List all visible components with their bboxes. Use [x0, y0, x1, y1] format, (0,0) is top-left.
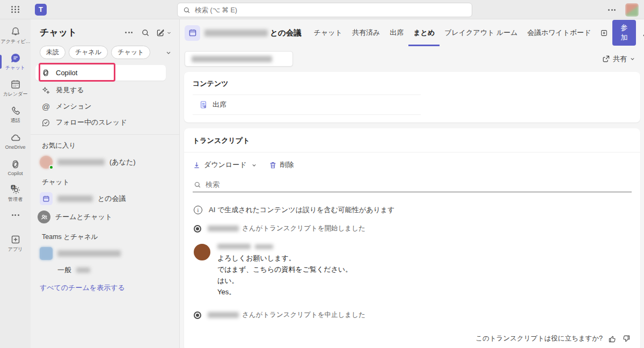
- rail-item-apps[interactable]: アプリ: [0, 230, 31, 257]
- tab-attendance[interactable]: 出席: [385, 19, 408, 46]
- transcript-search[interactable]: [193, 178, 632, 192]
- copilot-icon: [41, 68, 50, 77]
- rail-item-copilot[interactable]: Copilot: [0, 154, 31, 180]
- team-item[interactable]: [31, 244, 179, 263]
- chat-filters: 未読 チャネル チャット: [31, 44, 179, 64]
- recap-title-pill[interactable]: [185, 51, 293, 67]
- avatar: [40, 156, 53, 169]
- download-button[interactable]: ダウンロード: [193, 160, 257, 170]
- copilot-icon: [10, 159, 21, 170]
- rail-item-activity[interactable]: アクティビ…: [0, 23, 31, 49]
- chat-filter-more-icon[interactable]: [123, 30, 135, 35]
- message-line: はい。: [217, 275, 352, 286]
- tab-breakout-rooms[interactable]: ブレイクアウト ルーム: [440, 19, 522, 46]
- delete-label: 削除: [280, 160, 294, 170]
- sidebar-title: チャット: [40, 26, 123, 39]
- ai-disclaimer-text: AI で生成されたコンテンツは誤りを含む可能性があります: [209, 205, 394, 215]
- thumbs-up-icon[interactable]: [608, 335, 617, 343]
- global-search-input[interactable]: [195, 6, 466, 14]
- download-icon: [193, 161, 201, 169]
- filter-unread[interactable]: 未読: [40, 46, 65, 59]
- filter-channels[interactable]: チャネル: [69, 46, 108, 59]
- rail-item-calendar[interactable]: カレンダー: [0, 75, 31, 102]
- filter-chats[interactable]: チャット: [111, 46, 150, 59]
- rail-more-icon[interactable]: [0, 207, 31, 223]
- show-all-teams-link[interactable]: すべてのチームを表示する: [31, 278, 179, 296]
- sidebar-item-discover[interactable]: 発見する: [31, 82, 179, 98]
- sidebar-item-copilot[interactable]: Copilot: [35, 65, 166, 81]
- new-chat-icon[interactable]: [156, 28, 172, 37]
- transcript-search-input[interactable]: [206, 180, 631, 189]
- meeting-tabs: チャット 共有済み 出席 まとめ ブレイクアウト ルーム 会議ホワイトボード: [309, 19, 613, 46]
- rail-item-calls[interactable]: 通話: [0, 102, 31, 128]
- meeting-header: との会議 チャット 共有済み 出席 まとめ ブレイクアウト ルーム 会議ホワイト…: [180, 19, 644, 46]
- tab-whiteboard[interactable]: 会議ホワイトボード: [523, 19, 596, 46]
- redacted-timestamp: [255, 244, 273, 249]
- bell-icon: [10, 26, 21, 37]
- redacted: [76, 267, 90, 273]
- app-launcher-icon[interactable]: [0, 6, 31, 13]
- teams-chat-label: チームとチャット: [55, 212, 112, 222]
- redacted-name: [204, 30, 268, 37]
- redacted-name: [208, 312, 239, 318]
- mentions-label: メンション: [56, 102, 92, 111]
- rail-item-admin[interactable]: A 管理者: [0, 180, 31, 207]
- top-bar: T: [0, 0, 644, 19]
- user-avatar[interactable]: [625, 3, 639, 17]
- redacted-team-name: [57, 250, 121, 257]
- favorite-item-self[interactable]: (あなた): [31, 153, 179, 171]
- admin-gear-icon: A: [10, 184, 21, 195]
- chat-item-meeting[interactable]: との会議: [31, 190, 179, 208]
- rail-item-chat[interactable]: チャット: [0, 49, 31, 75]
- contents-card: コンテンツ 出席: [184, 72, 640, 122]
- chat-sidebar: チャット 未読 チャネル チャット Copilot: [31, 19, 180, 348]
- meeting-calendar-icon: [40, 192, 53, 205]
- share-button[interactable]: 共有: [602, 54, 635, 64]
- transcript-started-event: さんがトランスクリプトを開始しました: [184, 215, 640, 233]
- rail-label: アクティビ…: [1, 38, 30, 45]
- rail-label: Copilot: [8, 171, 23, 176]
- teams-section-header: Teams とチャネル: [31, 226, 179, 244]
- tab-chat[interactable]: チャット: [309, 19, 347, 46]
- thread-check-icon: [41, 118, 50, 127]
- sidebar-item-followed-threads[interactable]: フォロー中のスレッド: [31, 114, 179, 130]
- trash-icon: [269, 161, 277, 169]
- message-line: Yes。: [217, 286, 352, 298]
- teams-logo-icon: T: [35, 4, 47, 16]
- transcript-message: よろしくお願いします。 ではまず、こちらの資料をご覧ください。 はい。 Yes。: [184, 233, 640, 298]
- global-search[interactable]: [177, 3, 472, 17]
- cloud-icon: [10, 133, 21, 143]
- channel-item-general[interactable]: 一般: [31, 263, 179, 278]
- rail-item-onedrive[interactable]: OneDrive: [0, 128, 31, 154]
- stopped-text: さんがトランスクリプトを中止しました: [242, 311, 365, 318]
- titlebar-more-icon[interactable]: [606, 7, 618, 13]
- redacted-name: [57, 195, 93, 202]
- tab-recap[interactable]: まとめ: [408, 19, 440, 46]
- chat-item-teams-and-chats[interactable]: チームとチャット: [31, 208, 179, 226]
- filters-chevron-down-icon[interactable]: [165, 49, 172, 56]
- meeting-title: との会議: [204, 28, 302, 38]
- svg-text:A: A: [12, 185, 14, 189]
- tab-shared[interactable]: 共有済み: [347, 19, 385, 46]
- rail-label: アプリ: [8, 246, 23, 253]
- chat-search-icon[interactable]: [141, 28, 150, 37]
- thumbs-down-icon[interactable]: [622, 335, 631, 343]
- download-chevron-down-icon: [251, 162, 257, 168]
- sparkle-icon: [41, 86, 50, 95]
- plus-square-icon: [10, 234, 21, 245]
- channel-general-label: 一般: [57, 265, 71, 275]
- search-icon: [194, 181, 201, 189]
- discover-label: 発見する: [56, 85, 84, 95]
- join-button[interactable]: 参加: [612, 20, 635, 46]
- share-icon: [602, 55, 610, 63]
- phone-icon: [10, 105, 21, 116]
- download-label: ダウンロード: [204, 160, 247, 170]
- team-avatar: [40, 247, 53, 260]
- rail-label: 管理者: [8, 196, 23, 203]
- attendance-row[interactable]: 出席: [193, 95, 421, 115]
- sidebar-item-mentions[interactable]: @ メンション: [31, 98, 179, 114]
- delete-button[interactable]: 削除: [269, 160, 294, 170]
- calendar-icon: [10, 79, 21, 90]
- add-tab-icon[interactable]: [596, 19, 612, 46]
- record-icon: [194, 225, 201, 233]
